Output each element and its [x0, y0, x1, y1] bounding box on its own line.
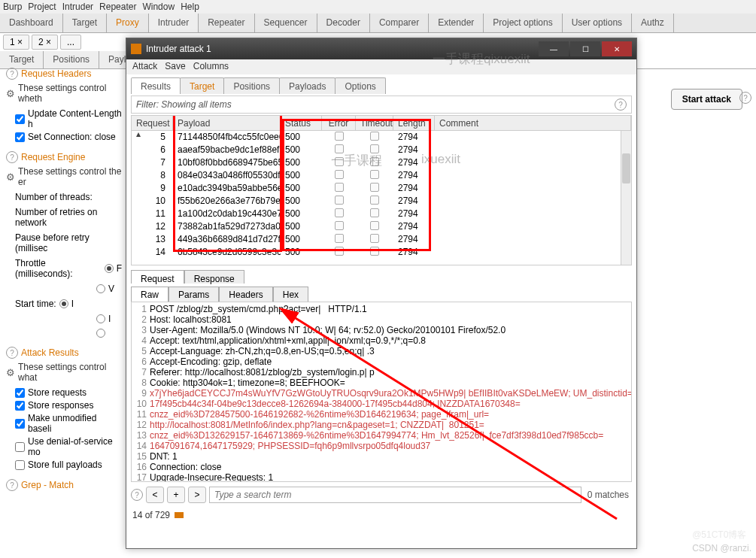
table-row[interactable]: 710bf08f0bbd6689475be65b...5002794 — [132, 156, 631, 169]
tab-user-options[interactable]: User options — [563, 14, 632, 32]
session-tab-1[interactable]: 1 × — [3, 35, 29, 50]
col-error[interactable]: Error — [322, 116, 356, 130]
throttle-radio-f[interactable] — [105, 264, 114, 273]
table-scrollbar[interactable] — [621, 131, 631, 265]
help-icon[interactable]: ? — [6, 151, 18, 163]
table-row[interactable]: 13449a36b6689d841d7d27f3...5002794 — [132, 233, 631, 246]
menu-window[interactable]: Window — [142, 2, 175, 12]
window-title: Intruder attack 1 — [146, 44, 539, 54]
store-full-checkbox[interactable] — [15, 460, 25, 470]
unmod-checkbox[interactable] — [15, 419, 25, 429]
options-tab[interactable]: Options — [335, 77, 385, 94]
search-next-button[interactable]: > — [188, 487, 206, 503]
col-timeout[interactable]: Timeout — [356, 116, 393, 130]
dos-checkbox[interactable] — [15, 442, 25, 452]
view-headers[interactable]: Headers — [219, 287, 272, 302]
tab-decoder[interactable]: Decoder — [317, 14, 370, 32]
tab-authz[interactable]: Authz — [632, 14, 674, 32]
gear-icon[interactable]: ⚙ — [6, 367, 15, 378]
help-icon[interactable]: ? — [6, 479, 18, 491]
help-icon[interactable]: ? — [131, 489, 143, 501]
col-status[interactable]: Status — [281, 116, 322, 130]
results-table: Request ▴ Payload Status Error Timeout L… — [131, 115, 632, 265]
positions-tab[interactable]: Positions — [223, 77, 280, 94]
tab-repeater[interactable]: Repeater — [199, 14, 254, 32]
search-add-button[interactable]: + — [167, 487, 185, 503]
tab-extender[interactable]: Extender — [429, 14, 484, 32]
gear-icon[interactable]: ⚙ — [6, 171, 15, 183]
target-tab[interactable]: Target — [180, 77, 224, 94]
engine-desc: These settings control the er — [18, 166, 122, 187]
tab-project-options[interactable]: Project options — [484, 14, 562, 32]
store-resp-checkbox[interactable] — [15, 401, 25, 411]
table-row[interactable]: 9e10adc3949ba59abbe56e...5002794 — [132, 182, 631, 195]
close-button[interactable]: ✕ — [602, 41, 632, 56]
throttle-radio-v[interactable] — [96, 284, 105, 293]
view-hex[interactable]: Hex — [273, 287, 308, 302]
help-icon[interactable]: ? — [6, 347, 18, 359]
app-menubar[interactable]: Burp Project Intruder Repeater Window He… — [0, 0, 756, 14]
col-payload[interactable]: Payload — [173, 116, 281, 130]
table-row[interactable]: 1273882ab1fa529d7273da0d...5002794 — [132, 220, 631, 233]
update-cl-label: Update Content-Length h — [28, 108, 122, 129]
results-desc: These settings control what — [18, 362, 122, 383]
table-row[interactable]: 6aaeaf59bacbe9dc1ef88ef1...5002794 — [132, 144, 631, 156]
request-tab[interactable]: Request — [131, 270, 184, 284]
menu-help[interactable]: Help — [181, 2, 199, 12]
minimize-button[interactable]: — — [539, 41, 569, 56]
table-row[interactable]: 571144850f4fb4cc55fc0ee6...5002794 — [132, 131, 631, 144]
response-tab[interactable]: Response — [184, 270, 244, 284]
set-conn-checkbox[interactable] — [15, 132, 25, 142]
start-time-label: Start time: — [15, 299, 56, 309]
session-tab-more[interactable]: ... — [60, 35, 81, 50]
scrollbar-thumb[interactable] — [622, 153, 630, 183]
view-params[interactable]: Params — [169, 287, 219, 302]
search-matches: 0 matches — [584, 490, 632, 500]
menu-save[interactable]: Save — [165, 61, 185, 73]
start-radio-2[interactable] — [96, 314, 105, 323]
payloads-tab[interactable]: Payloads — [279, 77, 335, 94]
menu-intruder[interactable]: Intruder — [62, 2, 93, 12]
search-input[interactable] — [209, 487, 581, 503]
help-icon[interactable]: ? — [6, 68, 18, 80]
col-length[interactable]: Length — [393, 116, 435, 130]
session-tab-2[interactable]: 2 × — [32, 35, 58, 50]
menu-burp[interactable]: Burp — [3, 2, 22, 12]
results-tab[interactable]: Results — [131, 77, 181, 94]
watermark-bottom: @51CT0博客 CSDN @ranzi. — [692, 528, 751, 553]
search-prev-button[interactable]: < — [146, 487, 164, 503]
menu-attack[interactable]: Attack — [132, 61, 157, 73]
tab-dashboard[interactable]: Dashboard — [0, 14, 63, 32]
window-logo-icon — [131, 44, 141, 54]
start-radio-1[interactable] — [59, 299, 68, 308]
col-comment[interactable]: Comment — [435, 116, 631, 130]
view-raw[interactable]: Raw — [131, 287, 169, 302]
tab-target[interactable]: Target — [63, 14, 107, 32]
start-attack-button[interactable]: Start attack — [671, 89, 742, 110]
help-icon[interactable]: ? — [615, 99, 627, 111]
tab-intruder[interactable]: Intruder — [149, 14, 199, 32]
options-panel: ?Request Headers ⚙These settings control… — [0, 53, 128, 500]
progress-text: 14 of 729 — [132, 510, 170, 520]
col-request[interactable]: Request ▴ — [132, 116, 173, 130]
maximize-button[interactable]: ☐ — [570, 41, 600, 56]
gear-icon[interactable]: ⚙ — [6, 88, 15, 99]
tab-proxy[interactable]: Proxy — [107, 14, 149, 32]
table-row[interactable]: 8084e0343a0486ff05530df6...5002794 — [132, 169, 631, 182]
attack-menubar[interactable]: Attack Save Columns — [126, 59, 636, 74]
menu-project[interactable]: Project — [28, 2, 56, 12]
tab-comparer[interactable]: Comparer — [370, 14, 429, 32]
table-row[interactable]: 111a100d2c0dab19c4430e7...5002794 — [132, 208, 631, 220]
store-req-checkbox[interactable] — [15, 388, 25, 398]
tab-sequencer[interactable]: Sequencer — [255, 14, 317, 32]
req-headers-title: Request Headers — [21, 68, 91, 79]
update-cl-checkbox[interactable] — [15, 114, 25, 124]
table-row[interactable]: 10f55b620e266a3e776b79efd...5002794 — [132, 195, 631, 208]
request-raw-view[interactable]: 1POST /zblog/zb_system/cmd.php?act=ver| … — [131, 302, 632, 482]
filter-bar[interactable]: Filter: Showing all items ? — [131, 96, 632, 114]
start-radio-3[interactable] — [96, 329, 105, 338]
menu-columns[interactable]: Columns — [193, 61, 229, 73]
table-row[interactable]: 146b5843ce9d2d0599c3e3c...5002794 — [132, 246, 631, 259]
menu-repeater[interactable]: Repeater — [99, 2, 136, 12]
help-icon[interactable]: ? — [739, 92, 751, 104]
